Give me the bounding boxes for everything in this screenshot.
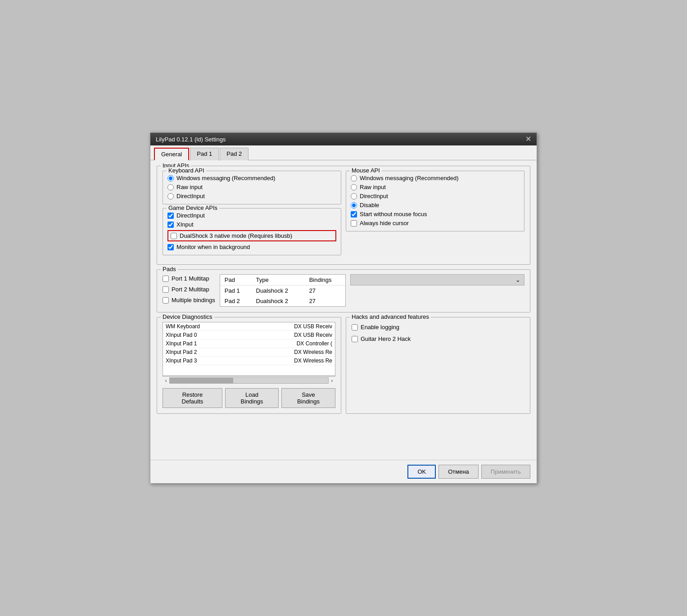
scroll-left-icon[interactable]: ‹ [164, 378, 167, 383]
pads-section-label: Pads [161, 266, 178, 272]
game-device-check-2-highlighted: DualShock 3 native mode (Requires libusb… [167, 230, 336, 241]
device-list: WM Keyboard DX USB Receiv XInput Pad 0 D… [163, 322, 335, 376]
apply-button[interactable]: Применить [481, 465, 530, 479]
game-device-check-1: XInput [167, 221, 336, 228]
pad-checkbox-2[interactable] [163, 297, 169, 303]
scroll-thumb [170, 378, 233, 383]
pad-checkbox-0[interactable] [163, 276, 169, 282]
chevron-down-icon: ⌄ [515, 276, 520, 283]
hacks-inner: Enable logging Guitar Hero 2 Hack [352, 322, 524, 342]
pad-table: Pad Type Bindings Pad 1 Dualshock 2 27 [220, 275, 345, 306]
tab-pad1[interactable]: Pad 1 [190, 148, 219, 160]
load-bindings-button[interactable]: Load Bindings [225, 388, 279, 408]
tab-pad2[interactable]: Pad 2 [220, 148, 249, 160]
mouse-check-1: Always hide cursor [351, 220, 520, 226]
game-device-check-0: DirectInput [167, 212, 336, 219]
window-title: LilyPad 0.12.1 (ld) Settings [156, 136, 226, 143]
hacks-label: Hacks and advanced features [350, 313, 431, 320]
bottom-action-row: Restore Defaults Load Bindings Save Bind… [163, 388, 335, 408]
pad-row-0-type: Dualshock 2 [252, 285, 305, 296]
game-device-check-3: Monitor when in background [167, 244, 336, 250]
pad-col-pad: Pad [220, 275, 252, 285]
pad-check-0: Port 1 Multitap [163, 275, 215, 282]
pad-row-1-bindings: 27 [305, 296, 345, 306]
pad-check-2: Multiple bindings [163, 297, 215, 303]
main-window: LilyPad 0.12.1 (ld) Settings ✕ General P… [150, 132, 537, 484]
keyboard-radio-1[interactable] [167, 184, 174, 190]
pad-check-1: Port 2 Multitap [163, 286, 215, 293]
pads-left: Port 1 Multitap Port 2 Multitap Multiple… [163, 274, 215, 307]
table-row[interactable]: Pad 2 Dualshock 2 27 [220, 296, 345, 306]
list-item[interactable]: XInput Pad 3 DX Wireless Re [163, 357, 335, 365]
hacks-checkbox-0[interactable] [352, 324, 358, 331]
mouse-radio-0[interactable] [351, 175, 357, 181]
pad-row-1-pad: Pad 2 [220, 296, 252, 306]
title-bar: LilyPad 0.12.1 (ld) Settings ✕ [150, 133, 537, 145]
pads-right: ⌄ [350, 274, 524, 307]
pads-inner: Port 1 Multitap Port 2 Multitap Multiple… [163, 274, 524, 307]
mouse-opt-2: DirectInput [351, 193, 520, 199]
mouse-radio-3[interactable] [351, 202, 357, 208]
ok-button[interactable]: OK [407, 465, 436, 479]
bottom-section: Device Diagnostics WM Keyboard DX USB Re… [157, 317, 530, 418]
mouse-radio-1[interactable] [351, 184, 357, 190]
tab-general[interactable]: General [154, 148, 189, 160]
hacks-checkbox-1[interactable] [352, 336, 358, 342]
pad-col-type: Type [252, 275, 305, 285]
right-col: Mouse API Windows messaging (Recommended… [346, 171, 524, 259]
close-button[interactable]: ✕ [525, 136, 531, 143]
mouse-radio-2[interactable] [351, 193, 357, 199]
tabs-bar: General Pad 1 Pad 2 [150, 145, 537, 160]
dialog-buttons: OK Отмена Применить [150, 460, 537, 483]
mouse-api-group: Mouse API Windows messaging (Recommended… [346, 171, 524, 231]
input-apis-section: Input APIs Keyboard API Windows messagin… [157, 166, 530, 265]
hacks-check-1: Guitar Hero 2 Hack [352, 335, 524, 342]
list-item[interactable]: XInput Pad 2 DX Wireless Re [163, 348, 335, 357]
mouse-api-label: Mouse API [350, 167, 382, 174]
keyboard-opt-1: Raw input [167, 184, 336, 190]
keyboard-opt-2: DirectInput [167, 193, 336, 199]
keyboard-opt-0: Windows messaging (Recommended) [167, 175, 336, 181]
restore-defaults-button[interactable]: Restore Defaults [163, 388, 222, 408]
keyboard-radio-0[interactable] [167, 175, 174, 181]
table-row[interactable]: Pad 1 Dualshock 2 27 [220, 285, 345, 296]
mouse-checkbox-0[interactable] [351, 211, 357, 217]
main-content: Input APIs Keyboard API Windows messagin… [150, 160, 537, 460]
mouse-check-0: Start without mouse focus [351, 211, 520, 217]
device-diagnostics-section: Device Diagnostics WM Keyboard DX USB Re… [157, 317, 341, 414]
left-col: Keyboard API Windows messaging (Recommen… [163, 171, 341, 259]
list-item[interactable]: XInput Pad 0 DX USB Receiv [163, 331, 335, 340]
keyboard-api-group: Keyboard API Windows messaging (Recommen… [163, 171, 341, 204]
game-device-checkbox-1[interactable] [167, 222, 174, 228]
device-diagnostics-label: Device Diagnostics [161, 313, 214, 320]
game-device-checkbox-2[interactable] [171, 233, 177, 239]
game-device-apis-label: Game Device APIs [167, 204, 219, 211]
pad-type-dropdown[interactable]: ⌄ [350, 274, 524, 285]
mouse-opt-0: Windows messaging (Recommended) [351, 175, 520, 181]
pad-row-0-pad: Pad 1 [220, 285, 252, 296]
list-item[interactable]: XInput Pad 1 DX Controller ( [163, 340, 335, 348]
pad-checkbox-1[interactable] [163, 286, 169, 293]
game-device-checkbox-0[interactable] [167, 213, 174, 219]
pad-row-1-type: Dualshock 2 [252, 296, 305, 306]
scroll-track[interactable] [169, 377, 328, 384]
pad-col-bindings: Bindings [305, 275, 345, 285]
keyboard-api-label: Keyboard API [167, 167, 206, 174]
cancel-button[interactable]: Отмена [438, 465, 479, 479]
mouse-checkbox-1[interactable] [351, 220, 357, 226]
mouse-opt-3: Disable [351, 202, 520, 208]
game-device-apis-group: Game Device APIs DirectInput XInput Dual… [163, 208, 341, 255]
mouse-opt-1: Raw input [351, 184, 520, 190]
pad-row-0-bindings: 27 [305, 285, 345, 296]
list-item[interactable]: WM Keyboard DX USB Receiv [163, 322, 335, 331]
horizontal-scrollbar[interactable]: ‹ › [163, 376, 335, 385]
pad-table-wrap: Pad Type Bindings Pad 1 Dualshock 2 27 [220, 274, 346, 307]
game-device-checkbox-3[interactable] [167, 244, 174, 250]
pads-section: Pads Port 1 Multitap Port 2 Multitap Mul… [157, 269, 530, 313]
hacks-check-0: Enable logging [352, 324, 524, 331]
hacks-section: Hacks and advanced features Enable loggi… [346, 317, 530, 414]
scroll-right-icon[interactable]: › [330, 378, 334, 383]
input-apis-columns: Keyboard API Windows messaging (Recommen… [163, 171, 524, 259]
save-bindings-button[interactable]: Save Bindings [281, 388, 335, 408]
keyboard-radio-2[interactable] [167, 193, 174, 199]
